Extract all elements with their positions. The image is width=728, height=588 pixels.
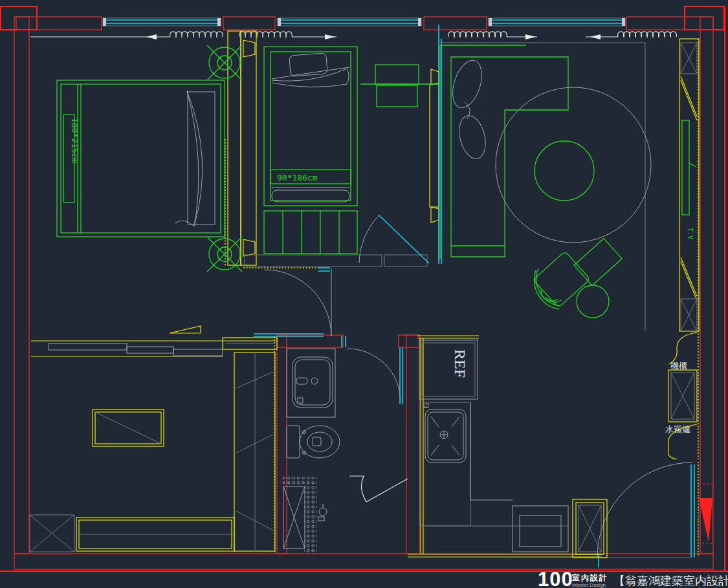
refrigerator: REF [419,340,478,399]
logo-en: Interior Design [572,582,606,588]
equipment-cabinet [668,370,697,422]
vanity-sink [287,349,335,417]
bathroom [282,336,408,554]
bedroom1-door [265,268,331,336]
ceiling-light-icon [207,45,242,80]
red-triangle-marker [699,498,712,542]
slide-direction-arrow [170,326,201,333]
floor-plan-drawing: 180*215cm 90*186cm [0,0,728,588]
living-room [440,43,651,331]
partition-bedroom2-living [430,84,439,207]
fridge-label: REF [452,349,469,378]
ceiling-light-icon [207,237,242,272]
curtain-arrow-left [146,34,157,39]
kitchen-counter [420,402,568,552]
tv-label: T.V [687,228,694,239]
corridor-wall [245,255,382,267]
desk [360,65,439,107]
sheet-border [0,6,728,571]
table [93,409,164,446]
entry-door-swing [597,463,692,558]
faucet [296,378,307,384]
corner-column-top-left [1,6,37,30]
window-1 [103,18,221,26]
exterior-walls [14,17,713,569]
bedroom-1: 180*215cm [57,45,331,336]
ottoman [574,239,622,286]
logo-number: 100 [538,568,573,588]
pillow [289,53,327,76]
bathroom-kitchen-wall [406,335,419,554]
round-rug [496,87,651,243]
entry [573,462,712,567]
left-wall [14,17,29,554]
interior-walls [225,25,441,554]
single-bed: 90*186cm [264,47,357,206]
sofa-cushion [455,113,489,161]
bathroom-left-wall [277,335,287,554]
studio-name: 【翁嘉鴻建築室内設計】 [613,574,728,587]
shower-head-icon [319,508,327,516]
blanket-fold [272,67,349,87]
round-coffee-table [535,141,594,201]
closet-right [234,353,275,551]
floor-plan-canvas: 180*215cm 90*186cm [0,0,728,588]
shower-screen [349,476,408,502]
right-wall [700,17,713,554]
wardrobe-partition-bedroom2 [241,31,256,265]
kitchen-sink [420,402,470,526]
sofa-cushion [447,57,487,112]
floor-x-box [30,515,74,552]
curtain-arrow-right [325,34,335,39]
bedroom2-door [359,215,429,263]
l-sofa [440,45,568,259]
sink-tag: T3 [423,402,428,409]
bedroom-2: 90*186cm [264,47,439,263]
toilet [287,426,340,458]
curtains [30,32,676,39]
double-bed: 180*215cm [57,80,225,237]
stove [513,506,568,552]
bed-foot-drawers [264,211,357,254]
equipment-cabinet-label: 機櫃 [670,361,687,371]
logo-cn: 室內設計 [571,573,608,582]
closet-bottom [76,517,234,551]
bottom-wall [14,554,713,569]
window-2 [278,18,421,26]
scallop-moulding [669,332,698,364]
wardrobe-partition-bedroom1 [228,31,241,265]
bedroom2-bed-size-label: 90*186cm [277,173,318,182]
mist-fireplace-label: 水霧爐 [665,424,690,434]
storage-room [30,326,277,552]
sliding-door [31,326,277,356]
corner-column-top-right [685,6,724,30]
shower [282,477,327,554]
bedroom1-bed-size-label: 180*215cm [70,118,80,164]
tv-wall: T.V 機櫃 水霧爐 [665,39,699,459]
window-3 [489,18,625,26]
windows [103,18,625,26]
bathroom-door [342,336,403,404]
stool [577,285,609,318]
wall-tv [682,120,689,215]
